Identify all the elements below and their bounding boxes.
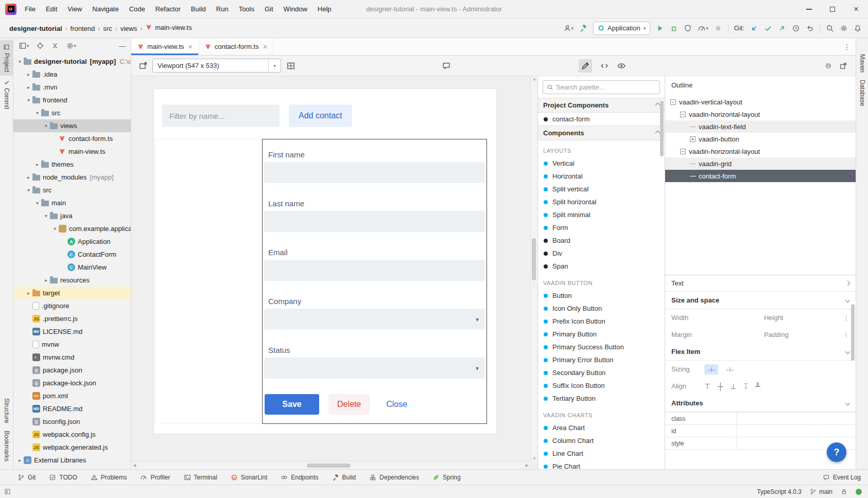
company-select[interactable]: ▾ — [264, 309, 485, 330]
tool-stripe-item-bookmarks[interactable]: Bookmarks — [0, 427, 13, 465]
project-settings-button[interactable]: ▾ — [66, 42, 77, 50]
minimize-button[interactable] — [797, 0, 821, 19]
last-name-input[interactable] — [264, 211, 485, 232]
coverage-button[interactable] — [684, 24, 692, 32]
outline-node-vaadin-horizontal-layout[interactable]: −vaadin-horizontal-layout — [665, 145, 856, 157]
menu-run[interactable]: Run — [211, 0, 234, 19]
palette-component-contact-form[interactable]: contact-form — [538, 113, 665, 126]
menu-file[interactable]: File — [20, 0, 41, 19]
tool-button-terminal[interactable]: Terminal — [184, 474, 217, 481]
save-button[interactable]: Save — [265, 394, 319, 415]
outline-node-contact-form[interactable]: contact-form — [665, 170, 856, 182]
project-tree-item-mvnw[interactable]: mvnw — [13, 338, 131, 351]
design-artboard[interactable]: Add contact First nameLast nameEmailComp… — [153, 88, 497, 434]
tree-chevron-icon[interactable]: ▸ — [43, 277, 49, 283]
outline-expand-icon[interactable]: + — [690, 136, 696, 142]
project-tree-item-themes[interactable]: ▸themes — [13, 158, 131, 171]
scroll-up-icon[interactable]: ▲ — [532, 77, 536, 81]
project-tree-item-license-md[interactable]: MDLICENSE.md — [13, 325, 131, 338]
project-tree-item-webpack-generated-js[interactable]: JSwebpack.generated.js — [13, 441, 131, 454]
palette-search-field[interactable] — [543, 80, 660, 94]
tree-chevron-icon[interactable]: ▸ — [25, 174, 32, 180]
tree-chevron-icon[interactable]: ▾ — [34, 200, 41, 206]
breadcrumb-item[interactable]: src — [102, 25, 113, 32]
scroll-right-icon[interactable]: ▶ — [526, 463, 529, 468]
menu-help[interactable]: Help — [313, 0, 337, 19]
tool-button-build[interactable]: Build — [332, 474, 356, 481]
tree-chevron-icon[interactable]: ▾ — [51, 226, 58, 232]
project-tree-item-mainview[interactable]: CMainView — [13, 261, 131, 274]
git-branch-widget[interactable]: main — [810, 488, 832, 495]
tree-chevron-icon[interactable]: ▸ — [25, 84, 32, 90]
highlighting-status-icon[interactable] — [856, 489, 862, 495]
outline-node-vaadin-text-field[interactable]: vaadin-text-field — [665, 120, 856, 133]
menu-edit[interactable]: Edit — [41, 0, 62, 19]
scroll-down-icon[interactable]: ▼ — [532, 456, 536, 461]
align-middle-button[interactable]: ┼ — [718, 382, 723, 390]
attributes-section-header[interactable]: Attributes — [665, 395, 856, 412]
locate-file-button[interactable] — [36, 42, 44, 50]
breadcrumb-item[interactable]: main-view.ts — [144, 24, 193, 31]
outline-node-vaadin-button[interactable]: +vaadin-button — [665, 133, 856, 145]
project-tree-item-com-example-applica[interactable]: ▾com.example.applica — [13, 222, 131, 235]
size-and-space-section-header[interactable]: Size and space — [665, 292, 856, 309]
project-tree-item-tsconfig-json[interactable]: {}tsconfig.json — [13, 415, 131, 428]
menu-build[interactable]: Build — [186, 0, 211, 19]
property-label-width[interactable]: Width — [671, 314, 764, 322]
layout-grid-icon[interactable] — [286, 61, 296, 70]
tool-button-problems[interactable]: Problems — [91, 474, 127, 481]
project-tree-item-contact-form-ts[interactable]: contact-form.ts — [13, 132, 131, 145]
palette-component-vertical[interactable]: Vertical — [538, 157, 665, 170]
palette-section-header-components[interactable]: Components — [538, 126, 665, 140]
sizing-shrink-button[interactable]: →|← — [704, 364, 718, 375]
tool-stripe-item-maven[interactable]: Maven — [856, 50, 868, 76]
email-input[interactable] — [264, 260, 485, 281]
add-contact-button[interactable]: Add contact — [289, 104, 352, 127]
project-tree-item-frontend[interactable]: ▾frontend — [13, 94, 131, 106]
viewport-select[interactable]: Viewport (547 x 533) ▾ — [152, 59, 281, 73]
palette-component-span[interactable]: Span — [538, 260, 665, 273]
run-configuration-select[interactable]: Application ▾ — [593, 22, 650, 35]
palette-component-primary-success-button[interactable]: Primary Success Button — [538, 341, 665, 353]
palette-component-primary-error-button[interactable]: Primary Error Button — [538, 353, 665, 366]
add-property-icon[interactable] — [830, 280, 837, 287]
tree-chevron-icon[interactable]: ▾ — [43, 123, 49, 129]
tree-chevron-icon[interactable]: ▾ — [34, 110, 41, 116]
project-tree-item-application[interactable]: AApplication — [13, 235, 131, 248]
align-top-button[interactable]: ⊤ — [704, 382, 710, 390]
outline-node-vaadin-horizontal-layout[interactable]: −vaadin-horizontal-layout — [665, 108, 856, 120]
tree-chevron-icon[interactable]: ▾ — [16, 59, 23, 64]
tree-chevron-icon[interactable]: ▸ — [25, 72, 32, 77]
tool-button-event-log[interactable]: Event Log — [823, 474, 861, 481]
hide-panel-button[interactable]: — — [119, 42, 126, 50]
canvas-vertical-scrollbar[interactable]: ▲ ▼ — [530, 76, 537, 461]
tab-close-icon[interactable]: × — [188, 43, 193, 51]
editor-tab-contact-form-ts[interactable]: contact-form.ts× — [199, 38, 273, 55]
project-tree-item-resources[interactable]: ▸resources — [13, 274, 131, 287]
tool-stripe-item-commit[interactable]: Commit — [0, 76, 13, 113]
debug-button[interactable] — [670, 24, 678, 32]
palette-component-split-minimal[interactable]: Split minimal — [538, 208, 665, 221]
first-name-input[interactable] — [264, 162, 485, 183]
scrollbar-thumb[interactable] — [307, 464, 351, 468]
code-view-button[interactable] — [600, 61, 609, 70]
tree-chevron-icon[interactable]: ▸ — [25, 290, 32, 296]
flex-item-section-header[interactable]: Flex Item — [665, 343, 856, 361]
project-tree-item-node-modules[interactable]: ▸node_modules[myapp] — [13, 171, 131, 184]
maximize-button[interactable] — [821, 0, 844, 19]
contacts-grid-placeholder[interactable] — [155, 139, 260, 424]
palette-component-horizontal[interactable]: Horizontal — [538, 170, 665, 183]
edit-mode-button[interactable] — [579, 59, 592, 73]
build-project-button[interactable] — [579, 24, 587, 32]
palette-component-column-chart[interactable]: Column Chart — [538, 434, 665, 447]
tool-button-todo[interactable]: TODO — [49, 474, 77, 481]
attribute-value-input[interactable] — [737, 425, 856, 437]
typescript-version-label[interactable]: TypeScript 4.0.3 — [757, 488, 802, 495]
outline-node-vaadin-grid[interactable]: vaadin-grid — [665, 157, 856, 170]
status-select[interactable]: ▾ — [264, 358, 485, 379]
tool-button-profiler[interactable]: Profiler — [140, 474, 170, 481]
git-update-button[interactable] — [750, 24, 758, 32]
menu-view[interactable]: View — [62, 0, 87, 19]
palette-component-board[interactable]: Board — [538, 234, 665, 247]
editor-tab-main-view-ts[interactable]: main-view.ts× — [131, 38, 199, 55]
